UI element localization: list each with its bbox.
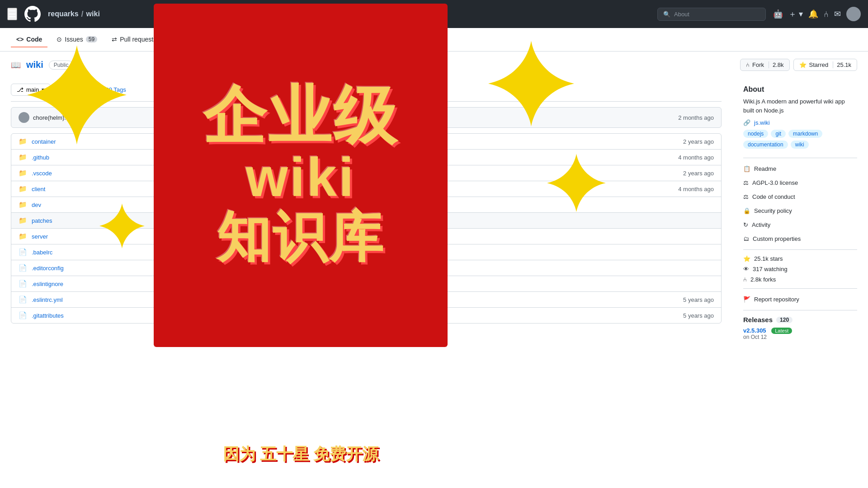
breadcrumb-repo[interactable]: wiki [86, 10, 100, 18]
tag-markdown[interactable]: markdown [788, 130, 822, 138]
branch-info: ⑃ 3 Branches 🏷 120 Tags [56, 86, 126, 93]
website-url: js.wiki [754, 119, 770, 126]
file-name[interactable]: .gitattributes [32, 312, 246, 319]
file-name[interactable]: server [32, 233, 256, 240]
file-name[interactable]: client [32, 186, 244, 192]
stars-stat[interactable]: ⭐ 25.1k stars [743, 255, 857, 262]
tag-nodejs[interactable]: nodejs [743, 130, 768, 138]
commit-message[interactable]: chore(helm): add [33, 114, 675, 121]
file-name[interactable]: .editorconfig [32, 265, 256, 272]
security-action[interactable]: 🔒 Security policy [743, 206, 857, 216]
divider [743, 249, 857, 250]
tab-issues-label: Issues [65, 36, 83, 43]
conduct-label: Code of conduct [752, 193, 795, 200]
branch-name: main [26, 86, 39, 93]
file-icon: 📄 [19, 296, 27, 304]
activity-action[interactable]: ↻ Activity [743, 220, 857, 230]
website-link[interactable]: 🔗 js.wiki [743, 119, 857, 126]
conduct-icon: ⚖ [743, 193, 749, 200]
tag-wiki[interactable]: wiki [791, 141, 809, 149]
repo-icon: 📖 [11, 60, 21, 70]
copilot-button[interactable]: 🤖 [773, 9, 783, 19]
file-name[interactable]: .eslintrc.yml [32, 296, 246, 303]
commit-avatar [19, 112, 29, 123]
activity-label: Activity [752, 221, 770, 228]
branches-link[interactable]: ⑃ 3 Branches [56, 86, 91, 93]
tab-code-label: Code [26, 36, 42, 43]
custom-props-icon: 🗂 [743, 235, 749, 242]
report-repository-action[interactable]: 🚩 Report repository [743, 294, 857, 305]
releases-section: Releases 120 v2.5.305 Latest on Oct 12 [743, 316, 857, 340]
file-icon: 📄 [19, 248, 27, 256]
file-time: 5 years ago [683, 312, 714, 319]
file-time: 4 months ago [678, 186, 714, 192]
tab-issues[interactable]: ⊙ Issues 59 [51, 32, 103, 47]
releases-badge: 120 [776, 317, 793, 323]
latest-commit-row: chore(helm): add 2 months ago [11, 107, 722, 128]
tab-pull-requests-label: Pull requests [120, 36, 156, 43]
repo-name[interactable]: wiki [26, 60, 43, 70]
branch-selector[interactable]: ⎇ main ▾ [11, 84, 51, 96]
release-version[interactable]: v2.5.305 [743, 327, 766, 334]
hamburger-menu-button[interactable]: ☰ [7, 8, 17, 20]
notification-button[interactable]: 🔔 [808, 9, 818, 19]
list-item: 📄 .eslintrc.yml fix: sidebar display 5 y… [11, 292, 721, 308]
release-item: v2.5.305 Latest on Oct 12 [743, 327, 857, 340]
folder-icon: 📁 [19, 137, 27, 145]
conduct-action[interactable]: ⚖ Code of conduct [743, 192, 857, 202]
commit-time: 2 months ago [678, 114, 714, 121]
file-time: 5 years ago [683, 296, 714, 303]
breadcrumb: requarks / wiki [48, 9, 100, 19]
folder-icon: 📁 [19, 153, 27, 161]
star-button[interactable]: ⭐ Starred 25.1k [793, 59, 857, 71]
fork-label: Fork [752, 61, 764, 68]
search-box[interactable]: 🔍 About [657, 8, 766, 21]
about-description: Wiki.js A modern and powerful wiki app b… [743, 97, 857, 115]
mail-button[interactable]: ✉ [834, 9, 841, 19]
tab-pull-requests[interactable]: ⇄ Pull requests 105 [106, 32, 179, 47]
git-compare-button[interactable]: ⑃ [824, 9, 829, 19]
readme-icon: 📋 [743, 165, 750, 172]
github-logo-icon [24, 6, 41, 22]
file-name[interactable]: container [32, 138, 246, 145]
file-name[interactable]: .eslintignore [32, 281, 256, 287]
plus-button[interactable]: ＋ ▾ [788, 9, 803, 19]
file-name[interactable]: .vscode [32, 170, 246, 177]
file-commit-msg: fix: sidebar display [250, 312, 679, 319]
readme-action[interactable]: 📋 Readme [743, 164, 857, 174]
breadcrumb-user[interactable]: requarks [48, 10, 79, 18]
folder-icon: 📁 [19, 185, 27, 193]
custom-properties-action[interactable]: 🗂 Custom properties [743, 234, 857, 244]
repo-actions: ⑃ Fork 2.8k ⭐ Starred 25.1k [740, 59, 857, 71]
tag-documentation[interactable]: documentation [743, 141, 788, 149]
readme-label: Readme [754, 165, 776, 172]
list-item: 📄 .editorconfig [11, 260, 721, 276]
watching-count: 317 watching [753, 266, 788, 272]
file-name-patches[interactable]: patches [32, 217, 256, 224]
file-name[interactable]: .github [32, 154, 244, 161]
forks-stat[interactable]: ⑃ 2.8k forks [743, 276, 857, 283]
pull-requests-icon: ⇄ [112, 36, 117, 43]
tag-git[interactable]: git [771, 130, 786, 138]
file-name[interactable]: .babelrc [32, 249, 256, 256]
file-icon: 📄 [19, 311, 27, 319]
folder-icon: 📁 [19, 232, 27, 240]
fork-button[interactable]: ⑃ Fork 2.8k [740, 59, 790, 71]
custom-props-label: Custom properties [753, 235, 801, 242]
file-list: 📁 container 2 years ago 📁 .github 4 mont… [11, 133, 722, 324]
stars-count: 25.1k stars [754, 255, 783, 262]
star-icon: ⭐ [799, 61, 807, 68]
avatar[interactable] [846, 7, 861, 21]
list-item: 📁 patches [11, 213, 721, 229]
watching-stat[interactable]: 👁 317 watching [743, 266, 857, 272]
tags-link[interactable]: 🏷 120 Tags [95, 86, 126, 93]
code-icon: <> [16, 36, 24, 43]
license-action[interactable]: ⚖ AGPL-3.0 license [743, 178, 857, 188]
license-label: AGPL-3.0 license [752, 179, 798, 186]
license-icon: ⚖ [743, 179, 749, 186]
tab-code[interactable]: <> Code [11, 32, 47, 47]
file-name[interactable]: dev [32, 202, 256, 208]
starred-label: Starred [809, 61, 829, 68]
search-placeholder: About [674, 11, 689, 18]
eye-icon: 👁 [743, 266, 749, 272]
